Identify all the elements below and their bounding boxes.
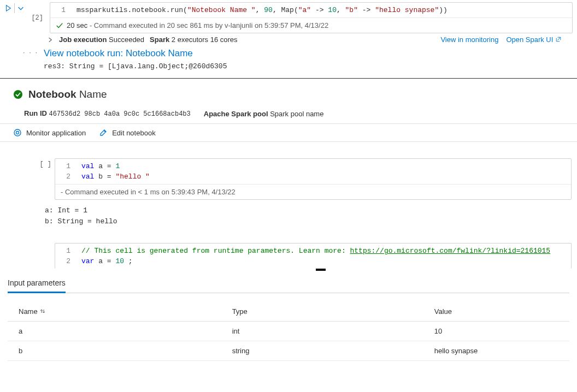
chevron-down-icon[interactable]	[17, 4, 25, 12]
edit-notebook-button[interactable]: Edit notebook	[99, 128, 156, 137]
code-content: mssparkutils.notebook.run("Notebook Name…	[76, 6, 448, 14]
more-icon[interactable]: · · ·	[0, 46, 43, 56]
code-content: val b = "hello "	[81, 173, 150, 181]
divider	[0, 78, 577, 79]
run-icon[interactable]	[4, 4, 12, 12]
line-number: 1	[56, 6, 66, 14]
open-spark-ui-link[interactable]: Open Spark UI	[506, 35, 562, 44]
resizer-handle[interactable]	[316, 269, 326, 271]
view-in-monitoring-link[interactable]: View in monitoring	[440, 35, 498, 44]
svg-point-1	[14, 129, 21, 136]
sort-icon	[39, 308, 46, 314]
code-content: // This cell is generated from runtime p…	[81, 247, 550, 255]
chevron-right-icon	[47, 37, 54, 43]
cell-index: [2]	[28, 14, 43, 22]
table-row: aint10	[8, 322, 569, 341]
table-row: bstringhello synapse	[8, 341, 569, 361]
learn-more-link[interactable]: https://go.microsoft.com/fwlink/?linkid=…	[350, 247, 550, 255]
edit-icon	[99, 128, 108, 137]
parameters-table: Name Type Value aint10 bstringhello syna…	[8, 302, 569, 361]
code-content: var a = 10 ;	[81, 257, 133, 265]
spark-pool: Apache Spark pool Spark pool name	[204, 110, 324, 118]
cell-status: - Command executed in < 1 ms on 5:39:43 …	[55, 184, 571, 199]
run-id: Run ID 467536d2 98cb 4a0a 9c0c 5c1668acb…	[24, 109, 191, 118]
svg-point-0	[14, 90, 22, 99]
cell-output: a: Int = 1 b: String = hello	[0, 200, 577, 227]
cell-status: 20 sec - Command executed in 20 sec 861 …	[50, 17, 572, 33]
code-cell[interactable]: 1 mssparkutils.notebook.run("Notebook Na…	[50, 2, 573, 33]
job-execution-summary[interactable]: Job execution Succeeded Spark 2 executor…	[47, 35, 238, 44]
cell-index: [ ]	[38, 158, 51, 168]
notebook-title: Notebook Name	[28, 88, 107, 100]
col-type[interactable]: Type	[221, 302, 423, 322]
monitor-application-button[interactable]: Monitor application	[13, 128, 86, 137]
view-notebook-run-link[interactable]: View notebook run: Notebook Name	[44, 48, 193, 58]
col-value[interactable]: Value	[423, 302, 569, 322]
result-output: res3: String = [Ljava.lang.Object;@260d6…	[44, 59, 577, 70]
col-name[interactable]: Name	[8, 302, 221, 322]
success-badge-icon	[13, 90, 23, 99]
separator	[14, 3, 15, 13]
check-icon	[56, 22, 63, 29]
tab-input-parameters[interactable]: Input parameters	[8, 278, 66, 293]
svg-point-2	[16, 132, 19, 134]
monitor-icon	[13, 128, 22, 137]
external-link-icon	[555, 36, 562, 43]
code-content: val a = 1	[81, 162, 120, 170]
